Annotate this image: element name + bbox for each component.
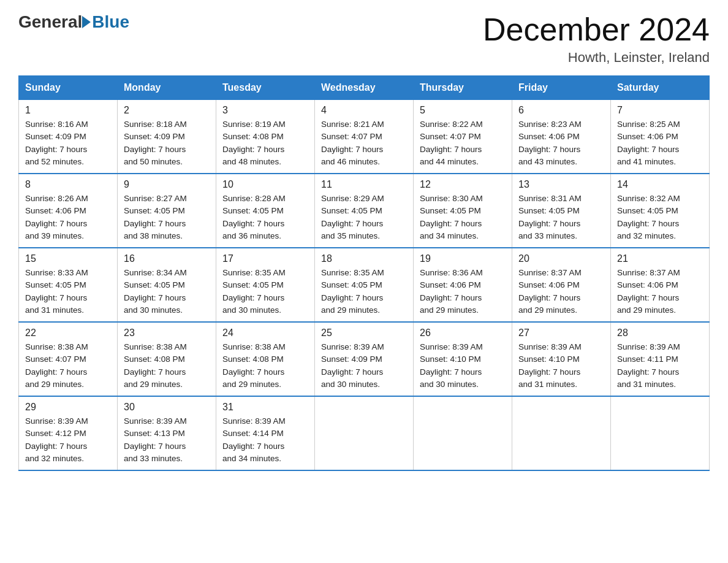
day-number: 7: [617, 105, 703, 116]
table-row: [512, 396, 611, 470]
day-info: Sunrise: 8:39 AM Sunset: 4:10 PM Dayligh…: [420, 341, 506, 391]
day-info: Sunrise: 8:39 AM Sunset: 4:10 PM Dayligh…: [518, 341, 604, 391]
day-info: Sunrise: 8:38 AM Sunset: 4:08 PM Dayligh…: [222, 341, 308, 391]
day-number: 4: [321, 105, 407, 116]
day-info: Sunrise: 8:28 AM Sunset: 4:05 PM Dayligh…: [222, 193, 308, 242]
day-info: Sunrise: 8:26 AM Sunset: 4:06 PM Dayligh…: [25, 193, 111, 242]
day-number: 5: [420, 105, 506, 116]
day-number: 22: [25, 327, 111, 339]
calendar-header-row: Sunday Monday Tuesday Wednesday Thursday…: [19, 76, 710, 100]
table-row: 19 Sunrise: 8:36 AM Sunset: 4:06 PM Dayl…: [414, 248, 512, 322]
logo: General Blue: [18, 12, 129, 32]
day-number: 20: [518, 253, 604, 264]
calendar-week-row: 29 Sunrise: 8:39 AM Sunset: 4:12 PM Dayl…: [19, 396, 710, 470]
calendar-week-row: 8 Sunrise: 8:26 AM Sunset: 4:06 PM Dayli…: [19, 174, 710, 248]
day-info: Sunrise: 8:34 AM Sunset: 4:05 PM Dayligh…: [124, 267, 210, 316]
calendar-table: Sunday Monday Tuesday Wednesday Thursday…: [18, 75, 710, 471]
day-number: 17: [222, 253, 308, 264]
table-row: 31 Sunrise: 8:39 AM Sunset: 4:14 PM Dayl…: [216, 396, 315, 470]
day-number: 3: [222, 105, 308, 116]
table-row: 15 Sunrise: 8:33 AM Sunset: 4:05 PM Dayl…: [19, 248, 118, 322]
table-row: 1 Sunrise: 8:16 AM Sunset: 4:09 PM Dayli…: [19, 100, 118, 174]
day-number: 13: [518, 179, 604, 190]
day-number: 16: [124, 253, 210, 264]
logo-blue-text: Blue: [92, 12, 129, 32]
day-info: Sunrise: 8:25 AM Sunset: 4:06 PM Dayligh…: [617, 118, 703, 168]
day-number: 12: [420, 179, 506, 190]
day-number: 24: [222, 327, 308, 339]
table-row: 16 Sunrise: 8:34 AM Sunset: 4:05 PM Dayl…: [118, 248, 216, 322]
table-row: 27 Sunrise: 8:39 AM Sunset: 4:10 PM Dayl…: [512, 322, 611, 396]
day-number: 27: [518, 327, 604, 339]
day-number: 1: [25, 105, 111, 116]
table-row: 23 Sunrise: 8:38 AM Sunset: 4:08 PM Dayl…: [118, 322, 216, 396]
day-info: Sunrise: 8:36 AM Sunset: 4:06 PM Dayligh…: [420, 267, 506, 316]
day-info: Sunrise: 8:19 AM Sunset: 4:08 PM Dayligh…: [222, 118, 308, 168]
day-info: Sunrise: 8:32 AM Sunset: 4:05 PM Dayligh…: [617, 193, 703, 242]
page-header: General Blue December 2024 Howth, Leinst…: [18, 12, 710, 66]
day-number: 26: [420, 327, 506, 339]
table-row: 22 Sunrise: 8:38 AM Sunset: 4:07 PM Dayl…: [19, 322, 118, 396]
table-row: 28 Sunrise: 8:39 AM Sunset: 4:11 PM Dayl…: [611, 322, 710, 396]
table-row: [315, 396, 414, 470]
day-number: 2: [124, 105, 210, 116]
calendar-week-row: 1 Sunrise: 8:16 AM Sunset: 4:09 PM Dayli…: [19, 100, 710, 174]
day-number: 21: [617, 253, 703, 264]
day-number: 31: [222, 402, 308, 413]
day-info: Sunrise: 8:38 AM Sunset: 4:07 PM Dayligh…: [25, 341, 111, 391]
table-row: 24 Sunrise: 8:38 AM Sunset: 4:08 PM Dayl…: [216, 322, 315, 396]
calendar-week-row: 22 Sunrise: 8:38 AM Sunset: 4:07 PM Dayl…: [19, 322, 710, 396]
day-number: 9: [124, 179, 210, 190]
day-info: Sunrise: 8:16 AM Sunset: 4:09 PM Dayligh…: [25, 118, 111, 168]
day-info: Sunrise: 8:35 AM Sunset: 4:05 PM Dayligh…: [321, 267, 407, 316]
day-info: Sunrise: 8:39 AM Sunset: 4:14 PM Dayligh…: [222, 415, 308, 465]
table-row: 9 Sunrise: 8:27 AM Sunset: 4:05 PM Dayli…: [118, 174, 216, 248]
day-info: Sunrise: 8:33 AM Sunset: 4:05 PM Dayligh…: [25, 267, 111, 316]
day-number: 18: [321, 253, 407, 264]
table-row: 7 Sunrise: 8:25 AM Sunset: 4:06 PM Dayli…: [611, 100, 710, 174]
logo-general-text: General: [18, 12, 82, 32]
day-info: Sunrise: 8:21 AM Sunset: 4:07 PM Dayligh…: [321, 118, 407, 168]
day-info: Sunrise: 8:22 AM Sunset: 4:07 PM Dayligh…: [420, 118, 506, 168]
table-row: 3 Sunrise: 8:19 AM Sunset: 4:08 PM Dayli…: [216, 100, 315, 174]
table-row: 5 Sunrise: 8:22 AM Sunset: 4:07 PM Dayli…: [414, 100, 512, 174]
logo-text: General Blue: [18, 12, 129, 32]
day-number: 15: [25, 253, 111, 264]
day-info: Sunrise: 8:23 AM Sunset: 4:06 PM Dayligh…: [518, 118, 604, 168]
day-info: Sunrise: 8:18 AM Sunset: 4:09 PM Dayligh…: [124, 118, 210, 168]
table-row: 11 Sunrise: 8:29 AM Sunset: 4:05 PM Dayl…: [315, 174, 414, 248]
table-row: 10 Sunrise: 8:28 AM Sunset: 4:05 PM Dayl…: [216, 174, 315, 248]
day-info: Sunrise: 8:38 AM Sunset: 4:08 PM Dayligh…: [124, 341, 210, 391]
table-row: 18 Sunrise: 8:35 AM Sunset: 4:05 PM Dayl…: [315, 248, 414, 322]
table-row: 26 Sunrise: 8:39 AM Sunset: 4:10 PM Dayl…: [414, 322, 512, 396]
day-info: Sunrise: 8:37 AM Sunset: 4:06 PM Dayligh…: [617, 267, 703, 316]
table-row: 17 Sunrise: 8:35 AM Sunset: 4:05 PM Dayl…: [216, 248, 315, 322]
header-saturday: Saturday: [611, 76, 710, 100]
header-friday: Friday: [512, 76, 611, 100]
day-number: 30: [124, 402, 210, 413]
day-info: Sunrise: 8:35 AM Sunset: 4:05 PM Dayligh…: [222, 267, 308, 316]
header-sunday: Sunday: [19, 76, 118, 100]
day-number: 23: [124, 327, 210, 339]
table-row: 14 Sunrise: 8:32 AM Sunset: 4:05 PM Dayl…: [611, 174, 710, 248]
table-row: 6 Sunrise: 8:23 AM Sunset: 4:06 PM Dayli…: [512, 100, 611, 174]
table-row: 13 Sunrise: 8:31 AM Sunset: 4:05 PM Dayl…: [512, 174, 611, 248]
day-number: 11: [321, 179, 407, 190]
day-number: 8: [25, 179, 111, 190]
day-number: 10: [222, 179, 308, 190]
table-row: 29 Sunrise: 8:39 AM Sunset: 4:12 PM Dayl…: [19, 396, 118, 470]
table-row: 21 Sunrise: 8:37 AM Sunset: 4:06 PM Dayl…: [611, 248, 710, 322]
table-row: 2 Sunrise: 8:18 AM Sunset: 4:09 PM Dayli…: [118, 100, 216, 174]
day-number: 14: [617, 179, 703, 190]
table-row: [611, 396, 710, 470]
table-row: 20 Sunrise: 8:37 AM Sunset: 4:06 PM Dayl…: [512, 248, 611, 322]
day-number: 25: [321, 327, 407, 339]
day-number: 29: [25, 402, 111, 413]
day-info: Sunrise: 8:39 AM Sunset: 4:11 PM Dayligh…: [617, 341, 703, 391]
day-number: 19: [420, 253, 506, 264]
table-row: 12 Sunrise: 8:30 AM Sunset: 4:05 PM Dayl…: [414, 174, 512, 248]
month-title: December 2024: [483, 12, 710, 47]
day-info: Sunrise: 8:30 AM Sunset: 4:05 PM Dayligh…: [420, 193, 506, 242]
day-info: Sunrise: 8:31 AM Sunset: 4:05 PM Dayligh…: [518, 193, 604, 242]
header-tuesday: Tuesday: [216, 76, 315, 100]
